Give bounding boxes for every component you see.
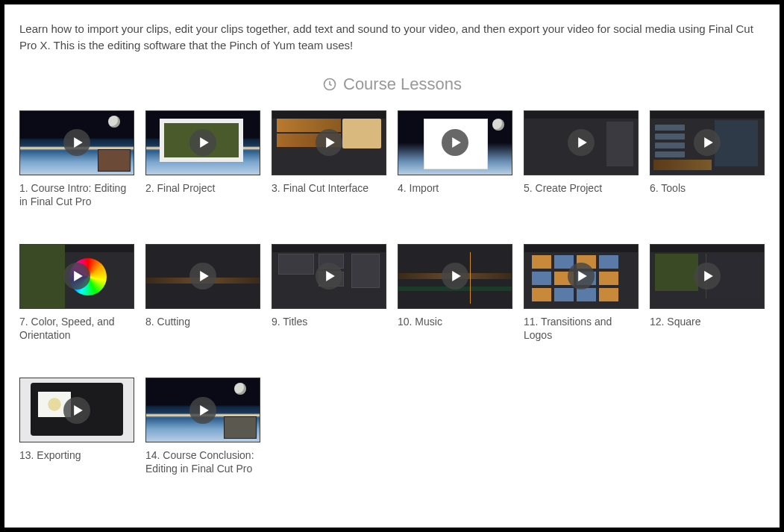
course-intro-text: Learn how to import your clips, edit you… [19,21,765,54]
course-lessons-heading-text: Course Lessons [343,75,462,94]
lesson-thumbnail[interactable] [650,110,765,175]
course-page: Learn how to import your clips, edit you… [4,4,780,528]
lesson-card: 14. Course Conclusion: Editing in Final … [145,378,260,475]
play-icon [442,129,468,156]
lesson-card: 12. Square [650,244,765,342]
lesson-card: 2. Final Project [145,110,260,208]
play-icon [694,263,721,290]
lesson-title[interactable]: 8. Cutting [145,315,260,328]
lesson-thumbnail[interactable] [145,110,260,175]
lesson-card: 9. Titles [272,244,386,342]
lesson-thumbnail[interactable] [145,244,260,309]
lesson-title[interactable]: 7. Color, Speed, and Orientation [19,315,134,342]
lesson-title[interactable]: 2. Final Project [145,181,260,195]
lesson-title[interactable]: 6. Tools [650,181,765,195]
lesson-thumbnail[interactable] [19,378,134,442]
lesson-thumbnail[interactable] [398,110,512,175]
play-icon [189,397,216,424]
lesson-thumbnail[interactable] [19,110,134,175]
play-icon [568,129,595,156]
lesson-card: 4. Import [398,110,512,208]
play-icon [316,263,342,290]
lesson-title[interactable]: 3. Final Cut Interface [272,181,386,195]
lesson-card: 13. Exporting [19,378,134,475]
lesson-title[interactable]: 12. Square [650,315,765,328]
play-icon [63,129,90,156]
lesson-card: 7. Color, Speed, and Orientation [19,244,134,342]
play-icon [63,263,90,290]
lesson-title[interactable]: 4. Import [398,181,512,195]
play-icon [442,263,468,290]
play-icon [694,129,721,156]
lesson-card: 3. Final Cut Interface [272,110,386,208]
lesson-thumbnail[interactable] [524,244,639,309]
lesson-title[interactable]: 14. Course Conclusion: Editing in Final … [145,448,260,475]
lesson-thumbnail[interactable] [272,110,386,175]
lesson-title[interactable]: 1. Course Intro: Editing in Final Cut Pr… [19,181,134,208]
lesson-card: 1. Course Intro: Editing in Final Cut Pr… [19,110,134,208]
lesson-card: 5. Create Project [524,110,639,208]
lesson-title[interactable]: 10. Music [398,315,512,328]
lesson-thumbnail[interactable] [145,378,260,442]
lesson-title[interactable]: 9. Titles [272,315,386,328]
lesson-thumbnail[interactable] [650,244,765,309]
lesson-title[interactable]: 13. Exporting [19,448,134,462]
play-icon [568,263,595,290]
lesson-card: 6. Tools [650,110,765,208]
lesson-title[interactable]: 11. Transitions and Logos [524,315,639,342]
lesson-thumbnail[interactable] [19,244,134,309]
lessons-grid: 1. Course Intro: Editing in Final Cut Pr… [19,110,765,476]
lesson-card: 8. Cutting [145,244,260,342]
lesson-title[interactable]: 5. Create Project [524,181,639,195]
lesson-card: 10. Music [398,244,512,342]
clock-icon [322,77,337,92]
course-lessons-heading: Course Lessons [19,75,765,94]
play-icon [316,129,342,156]
lesson-card: 11. Transitions and Logos [524,244,639,342]
play-icon [189,263,216,290]
lesson-thumbnail[interactable] [398,244,512,309]
lesson-thumbnail[interactable] [272,244,386,309]
play-icon [63,397,90,424]
lesson-thumbnail[interactable] [524,110,639,175]
play-icon [189,129,216,156]
